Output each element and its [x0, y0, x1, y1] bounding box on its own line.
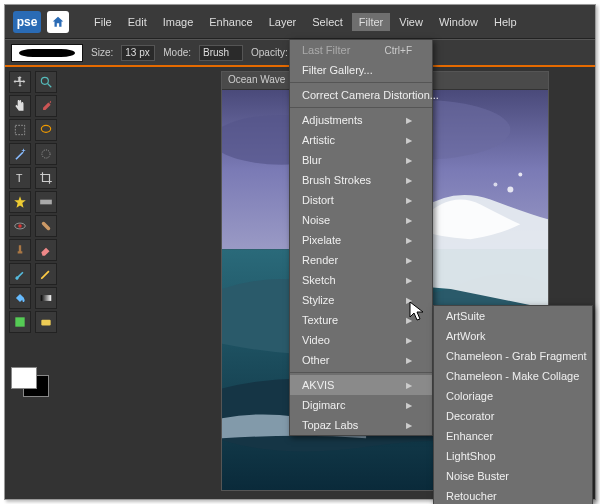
svg-point-3 [41, 125, 50, 132]
zoom-icon [39, 75, 53, 89]
bucket-icon [13, 291, 27, 305]
label: Pixelate [302, 234, 341, 246]
submenu-arrow-icon: ▶ [406, 296, 412, 305]
akvis-artsuite[interactable]: ArtSuite [434, 306, 592, 326]
menu-help[interactable]: Help [487, 13, 524, 31]
lasso-tool[interactable] [35, 119, 57, 141]
home-button[interactable] [47, 11, 69, 33]
shape-tool[interactable] [9, 311, 31, 333]
filter-digimarc[interactable]: Digimarc▶ [290, 395, 432, 415]
sponge-icon [39, 315, 53, 329]
akvis-enhancer[interactable]: Enhancer [434, 426, 592, 446]
akvis-lightshop[interactable]: LightShop [434, 446, 592, 466]
filter-video[interactable]: Video▶ [290, 330, 432, 350]
selection-brush-tool[interactable] [35, 143, 57, 165]
toolbox: T [9, 71, 59, 333]
menu-select[interactable]: Select [305, 13, 350, 31]
stamp-tool[interactable] [9, 239, 31, 261]
marquee-tool[interactable] [9, 119, 31, 141]
submenu-arrow-icon: ▶ [406, 216, 412, 225]
eraser-tool[interactable] [35, 239, 57, 261]
type-icon: T [13, 171, 27, 185]
menu-image[interactable]: Image [156, 13, 201, 31]
eyedropper-tool[interactable] [35, 95, 57, 117]
filter-camera-distortion[interactable]: Correct Camera Distortion... [290, 85, 432, 105]
fg-color[interactable] [11, 367, 37, 389]
brush-tool[interactable] [9, 263, 31, 285]
filter-topaz-labs[interactable]: Topaz Labs▶ [290, 415, 432, 435]
shape-icon [13, 315, 27, 329]
akvis-chameleon-collage[interactable]: Chameleon - Make Collage [434, 366, 592, 386]
menu-layer[interactable]: Layer [262, 13, 304, 31]
label: Topaz Labs [302, 419, 358, 431]
menu-file[interactable]: File [87, 13, 119, 31]
svg-point-4 [42, 150, 50, 158]
svg-line-1 [48, 84, 52, 88]
bucket-tool[interactable] [9, 287, 31, 309]
crop-tool[interactable] [35, 167, 57, 189]
submenu-arrow-icon: ▶ [406, 316, 412, 325]
separator [290, 372, 432, 373]
color-swatch[interactable] [11, 361, 51, 397]
akvis-decorator[interactable]: Decorator [434, 406, 592, 426]
brush-preview[interactable] [11, 44, 83, 62]
menu-filter[interactable]: Filter [352, 13, 390, 31]
filter-other[interactable]: Other▶ [290, 350, 432, 370]
hand-icon [13, 99, 27, 113]
sponge-tool[interactable] [35, 311, 57, 333]
filter-adjustments[interactable]: Adjustments▶ [290, 110, 432, 130]
akvis-coloriage[interactable]: Coloriage [434, 386, 592, 406]
label: Distort [302, 194, 334, 206]
akvis-chameleon-grab[interactable]: Chameleon - Grab Fragment [434, 346, 592, 366]
eraser-icon [39, 243, 53, 257]
filter-texture[interactable]: Texture▶ [290, 310, 432, 330]
menu-view[interactable]: View [392, 13, 430, 31]
filter-blur[interactable]: Blur▶ [290, 150, 432, 170]
hand-tool[interactable] [9, 95, 31, 117]
type-tool[interactable]: T [9, 167, 31, 189]
crop-icon [39, 171, 53, 185]
filter-akvis[interactable]: AKVIS▶ [290, 375, 432, 395]
pencil-tool[interactable] [35, 263, 57, 285]
healing-tool[interactable] [35, 215, 57, 237]
filter-pixelate[interactable]: Pixelate▶ [290, 230, 432, 250]
separator [290, 107, 432, 108]
submenu-arrow-icon: ▶ [406, 381, 412, 390]
filter-noise[interactable]: Noise▶ [290, 210, 432, 230]
filter-stylize[interactable]: Stylize▶ [290, 290, 432, 310]
filter-render[interactable]: Render▶ [290, 250, 432, 270]
akvis-retoucher[interactable]: Retoucher [434, 486, 592, 504]
menu-window[interactable]: Window [432, 13, 485, 31]
filter-gallery[interactable]: Filter Gallery... [290, 60, 432, 80]
wand-tool[interactable] [9, 143, 31, 165]
zoom-tool[interactable] [35, 71, 57, 93]
filter-dropdown: Last FilterCtrl+F Filter Gallery... Corr… [289, 39, 433, 436]
akvis-submenu: ArtSuite ArtWork Chameleon - Grab Fragme… [433, 305, 593, 504]
lasso-icon [39, 123, 53, 137]
cookie-cutter-tool[interactable] [9, 191, 31, 213]
label: LightShop [446, 450, 496, 462]
gradient-tool[interactable] [35, 287, 57, 309]
label: Sketch [302, 274, 336, 286]
filter-distort[interactable]: Distort▶ [290, 190, 432, 210]
submenu-arrow-icon: ▶ [406, 176, 412, 185]
redeye-tool[interactable] [9, 215, 31, 237]
move-icon [13, 75, 27, 89]
size-input[interactable] [121, 45, 155, 61]
menu-edit[interactable]: Edit [121, 13, 154, 31]
submenu-arrow-icon: ▶ [406, 336, 412, 345]
filter-artistic[interactable]: Artistic▶ [290, 130, 432, 150]
move-tool[interactable] [9, 71, 31, 93]
straighten-tool[interactable] [35, 191, 57, 213]
filter-sketch[interactable]: Sketch▶ [290, 270, 432, 290]
shortcut: Ctrl+F [385, 45, 413, 56]
label: Noise [302, 214, 330, 226]
menu-enhance[interactable]: Enhance [202, 13, 259, 31]
akvis-artwork[interactable]: ArtWork [434, 326, 592, 346]
svg-point-0 [41, 77, 48, 84]
selection-brush-icon [39, 147, 53, 161]
filter-brush-strokes[interactable]: Brush Strokes▶ [290, 170, 432, 190]
akvis-noise-buster[interactable]: Noise Buster [434, 466, 592, 486]
app-window: pse File Edit Image Enhance Layer Select… [4, 4, 596, 500]
mode-input[interactable] [199, 45, 243, 61]
